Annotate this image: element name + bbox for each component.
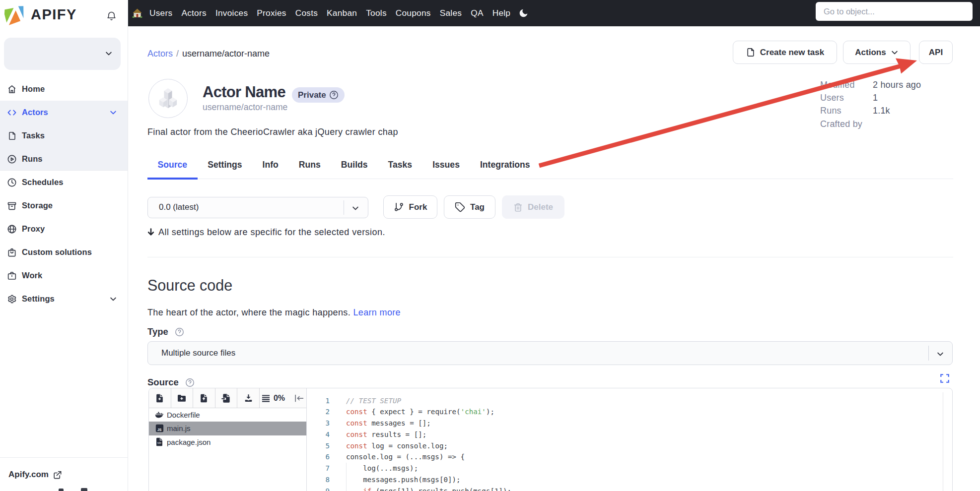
top-nav-item[interactable]: Costs xyxy=(291,8,322,18)
question-circle-icon[interactable] xyxy=(185,378,195,387)
code-token-plain: messages = []; xyxy=(367,419,431,427)
file-tree-item[interactable]: Dockerfile xyxy=(149,408,306,422)
code-line: console.log = (...msgs) => { xyxy=(346,451,952,463)
file-import-icon xyxy=(221,393,231,403)
top-nav-item[interactable]: Invoices xyxy=(211,8,252,18)
download-toolbar-button[interactable] xyxy=(237,388,260,408)
account-switcher[interactable] xyxy=(4,38,121,70)
logo-row: APIFY xyxy=(0,0,128,31)
file-tree-item[interactable]: </> package.json xyxy=(149,435,306,449)
top-nav-item[interactable]: Coupons xyxy=(391,8,435,18)
svg-text:</>: </> xyxy=(157,442,162,445)
top-nav-item[interactable]: Users xyxy=(145,8,177,18)
sidebar-item[interactable]: Runs xyxy=(0,147,128,171)
source-field-label: Source xyxy=(147,377,195,388)
sidebar-item[interactable]: Storage xyxy=(0,194,128,217)
tag-button[interactable]: Tag xyxy=(444,195,495,219)
js-icon: JS xyxy=(155,424,164,432)
sidebar-item[interactable]: Schedules xyxy=(0,171,128,194)
tab[interactable]: Runs xyxy=(288,155,331,179)
sidebar-item[interactable]: Custom solutions xyxy=(0,241,128,264)
top-nav-item[interactable]: Kanban xyxy=(322,8,361,18)
question-circle-icon[interactable] xyxy=(329,90,339,100)
version-note: All settings below are specific for the … xyxy=(147,227,385,238)
line-number: 8 xyxy=(307,474,330,486)
upload-file-toolbar-button[interactable] xyxy=(193,388,215,408)
tasks-icon xyxy=(7,131,17,141)
sidebar-item[interactable]: Home xyxy=(0,77,128,101)
top-nav-item[interactable]: Tools xyxy=(361,8,391,18)
sidebar-item[interactable]: Settings xyxy=(0,287,128,310)
code-token-plain: log(...msgs); xyxy=(346,464,418,472)
code-token-comment: // TEST SETUP xyxy=(346,397,401,405)
tab[interactable]: Info xyxy=(252,155,288,179)
runs-icon xyxy=(7,154,17,164)
tab[interactable]: Settings xyxy=(198,155,252,179)
breadcrumb-actors-link[interactable]: Actors xyxy=(147,49,173,59)
code-line: const results = []; xyxy=(346,429,952,440)
breadcrumb-separator: / xyxy=(173,49,182,59)
sidebar-footer-divider xyxy=(0,457,128,458)
new-file-toolbar-button[interactable] xyxy=(149,388,171,408)
actions-dropdown-button[interactable]: Actions xyxy=(843,41,910,64)
tab[interactable]: Builds xyxy=(331,155,378,179)
top-nav-item[interactable]: Actors xyxy=(177,8,210,18)
schedules-icon xyxy=(7,178,17,187)
type-select[interactable]: Multiple source files xyxy=(147,341,953,365)
download-icon xyxy=(243,393,254,403)
learn-more-link[interactable]: Learn more xyxy=(353,307,401,317)
editor-scrollbar[interactable] xyxy=(943,392,943,491)
line-number: 9 xyxy=(307,486,330,491)
tab[interactable]: Issues xyxy=(422,155,470,179)
line-number: 6 xyxy=(307,451,330,463)
zoom-toolbar-control[interactable]: 0% xyxy=(260,388,306,408)
create-new-task-button[interactable]: Create new task xyxy=(733,41,837,64)
fork-button[interactable]: Fork xyxy=(383,195,437,219)
line-number: 7 xyxy=(307,463,330,474)
custom-solutions-icon xyxy=(7,247,17,257)
tag-icon xyxy=(455,202,465,212)
code-area[interactable]: // TEST SETUPconst { expect } = require(… xyxy=(346,388,952,491)
isometric-cubes-icon xyxy=(159,88,177,110)
chevron-down-icon xyxy=(351,204,359,212)
sidebar-item[interactable]: Tasks xyxy=(0,124,128,147)
tab[interactable]: Integrations xyxy=(470,155,540,179)
top-nav-item[interactable]: Sales xyxy=(435,8,466,18)
settings-icon xyxy=(7,294,17,304)
code-token-plain: messages.push(msgs[0]); xyxy=(346,476,461,484)
arrow-down-icon xyxy=(147,228,154,237)
dark-mode-moon-icon[interactable] xyxy=(517,7,530,20)
go-to-object-input[interactable] xyxy=(816,2,973,21)
sidebar-item[interactable]: Work xyxy=(0,264,128,287)
delete-button[interactable]: Delete xyxy=(502,195,564,219)
sidebar-item[interactable]: Proxy xyxy=(0,217,128,241)
file-tree-item[interactable]: JS main.js xyxy=(149,422,306,435)
api-button[interactable]: API xyxy=(919,41,953,64)
line-number: 3 xyxy=(307,418,330,429)
zoom-percent: 0% xyxy=(274,394,285,403)
apify-com-link[interactable]: Apify.com xyxy=(8,470,62,480)
clipped-footer-glyph xyxy=(81,488,87,491)
tab[interactable]: Tasks xyxy=(378,155,422,179)
line-number: 4 xyxy=(307,429,330,440)
sidebar-item[interactable]: Actors xyxy=(0,101,128,124)
notifications-bell-icon[interactable] xyxy=(106,10,117,21)
code-line: log(...msgs); xyxy=(346,463,952,474)
version-select[interactable]: 0.0 (latest) xyxy=(147,197,368,218)
question-circle-icon[interactable] xyxy=(175,327,184,337)
docker-icon xyxy=(155,411,164,419)
git-fork-icon xyxy=(394,202,404,212)
top-nav-item[interactable]: QA xyxy=(466,8,488,18)
apify-logo-icon[interactable] xyxy=(4,4,25,26)
top-nav-item[interactable]: Help xyxy=(488,8,515,18)
house-emoji-icon[interactable] xyxy=(132,7,143,19)
import-file-toolbar-button[interactable] xyxy=(215,388,238,408)
code-token-keyword: const xyxy=(346,419,367,427)
code-line: // TEST SETUP xyxy=(346,395,952,407)
tab[interactable]: Source xyxy=(147,155,198,179)
fullscreen-expand-icon[interactable] xyxy=(939,373,950,384)
apify-wordmark[interactable]: APIFY xyxy=(31,6,77,23)
top-nav-item[interactable]: Proxies xyxy=(252,8,290,18)
code-line: const { expect } = require('chai'); xyxy=(346,406,952,418)
new-folder-toolbar-button[interactable] xyxy=(171,388,194,408)
